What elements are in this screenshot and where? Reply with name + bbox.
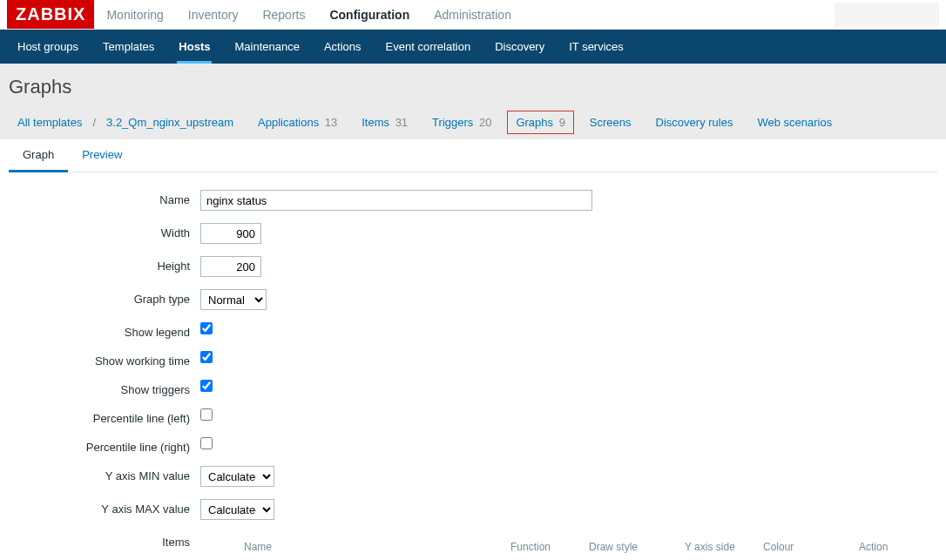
height-label: Height <box>17 256 200 273</box>
bc-sep: / <box>91 116 98 129</box>
subnav-templates[interactable]: Templates <box>91 30 166 64</box>
items-label: Items <box>17 532 200 549</box>
subnav-it-services[interactable]: IT services <box>557 30 636 64</box>
header-colour: Colour <box>763 541 859 553</box>
items-table: Name Function Draw style Y axis side Col… <box>200 536 915 560</box>
bc-items[interactable]: Items 31 <box>353 111 416 134</box>
header-yaxis: Y axis side <box>685 541 763 553</box>
bc-count: 9 <box>556 116 565 129</box>
bc-discovery-rules[interactable]: Discovery rules <box>647 111 742 134</box>
sub-nav: Host groupsTemplatesHostsMaintenanceActi… <box>0 30 946 64</box>
showlegend-label: Show legend <box>17 322 200 339</box>
graph-form: Name Width Height Graph type Normal Show… <box>9 172 937 560</box>
tabs: GraphPreview <box>9 139 937 172</box>
bc-count: 31 <box>392 116 408 129</box>
bc-count: 20 <box>476 116 491 129</box>
subnav-event-correlation[interactable]: Event correlation <box>374 30 483 64</box>
ymin-select[interactable]: Calculated <box>200 466 274 487</box>
content: GraphPreview Name Width Height Graph typ… <box>0 139 946 560</box>
showtriggers-label: Show triggers <box>17 380 200 396</box>
bc-screens[interactable]: Screens <box>581 111 640 134</box>
subnav-discovery[interactable]: Discovery <box>483 30 557 64</box>
height-input[interactable] <box>200 256 261 277</box>
bc-template[interactable]: 3.2_Qm_nginx_upstream <box>98 111 242 134</box>
subnav-host-groups[interactable]: Host groups <box>5 30 91 64</box>
topnav-configuration[interactable]: Configuration <box>317 0 422 32</box>
pctleft-checkbox[interactable] <box>200 408 213 421</box>
breadcrumb: All templates/3.2_Qm_nginx_upstreamAppli… <box>9 111 937 134</box>
showtriggers-checkbox[interactable] <box>200 380 213 392</box>
pctleft-label: Percentile line (left) <box>17 408 200 425</box>
topnav-inventory[interactable]: Inventory <box>176 0 251 32</box>
showlegend-checkbox[interactable] <box>200 322 213 334</box>
items-header: Name Function Draw style Y axis side Col… <box>200 536 915 558</box>
ymin-label: Y axis MIN value <box>17 466 200 482</box>
page-title: Graphs <box>9 76 937 98</box>
bc-count: 13 <box>321 116 337 129</box>
header-action: Action <box>859 541 911 553</box>
topnav-administration[interactable]: Administration <box>422 0 524 32</box>
topnav-monitoring[interactable]: Monitoring <box>94 0 175 32</box>
logo[interactable]: ZABBIX <box>7 0 94 29</box>
showworking-checkbox[interactable] <box>200 351 213 363</box>
ymax-select[interactable]: Calculated <box>200 499 274 520</box>
width-input[interactable] <box>200 223 261 244</box>
ymax-label: Y axis MAX value <box>17 499 200 516</box>
bc-web-scenarios[interactable]: Web scenarios <box>748 111 841 134</box>
tab-preview[interactable]: Preview <box>68 139 136 172</box>
topnav-reports[interactable]: Reports <box>250 0 317 32</box>
header-name: Name <box>240 541 510 553</box>
bc-applications[interactable]: Applications 13 <box>249 111 346 134</box>
bc-graphs[interactable]: Graphs 9 <box>507 111 573 134</box>
header-drawstyle: Draw style <box>589 541 685 553</box>
name-input[interactable] <box>200 190 592 211</box>
bc-all-templates[interactable]: All templates <box>9 111 91 134</box>
graphtype-label: Graph type <box>17 289 200 306</box>
pctright-checkbox[interactable] <box>200 437 213 449</box>
width-label: Width <box>17 223 200 240</box>
search-input[interactable] <box>835 3 939 27</box>
page-header: Graphs All templates/3.2_Qm_nginx_upstre… <box>0 64 946 139</box>
header-function: Function <box>510 541 589 553</box>
top-nav: ZABBIX MonitoringInventoryReportsConfigu… <box>0 0 946 30</box>
tab-graph[interactable]: Graph <box>9 139 68 172</box>
showworking-label: Show working time <box>17 351 200 368</box>
graphtype-select[interactable]: Normal <box>200 289 267 310</box>
bc-triggers[interactable]: Triggers 20 <box>423 111 500 134</box>
pctright-label: Percentile line (right) <box>17 437 200 454</box>
subnav-hosts[interactable]: Hosts <box>166 30 222 64</box>
name-label: Name <box>17 190 200 206</box>
subnav-maintenance[interactable]: Maintenance <box>222 30 311 64</box>
